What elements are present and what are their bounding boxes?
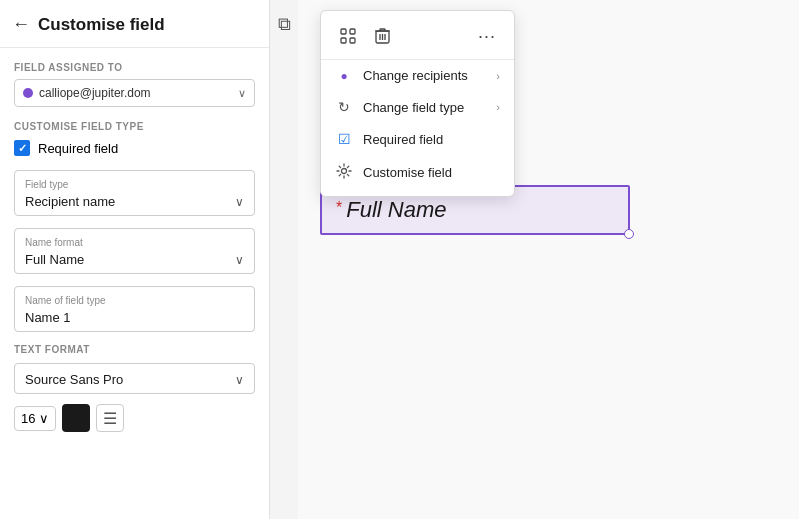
required-field-row: Required field [14, 140, 255, 156]
copy-icon[interactable]: ⧉ [278, 14, 291, 519]
right-panel: ··· ● Change recipients › ↻ Change field… [298, 0, 799, 519]
required-star-icon: * [336, 199, 342, 217]
assigned-email-value: calliope@jupiter.dom [39, 86, 232, 100]
field-input-text: Full Name [346, 197, 446, 223]
field-type-label: Field type [25, 179, 244, 190]
page-title: Customise field [38, 15, 165, 35]
name-of-field-type-label: Name of field type [25, 295, 244, 306]
change-recipients-arrow-icon: › [496, 70, 500, 82]
context-menu-item-change-recipients[interactable]: ● Change recipients › [321, 60, 514, 91]
name-format-group[interactable]: Name format Full Name ∨ [14, 228, 255, 274]
name-format-chevron-icon: ∨ [235, 253, 244, 267]
assigned-email-dropdown[interactable]: calliope@jupiter.dom ∨ [14, 79, 255, 107]
text-format-label: TEXT FORMAT [14, 344, 255, 355]
font-select-dropdown[interactable]: Source Sans Pro ∨ [14, 363, 255, 394]
required-field-checkbox[interactable] [14, 140, 30, 156]
font-controls-row: 16 ∨ ☰ [14, 404, 255, 432]
name-of-field-type-group[interactable]: Name of field type Name 1 [14, 286, 255, 332]
context-menu-item-customise-field[interactable]: Customise field [321, 155, 514, 190]
assigned-chevron-icon: ∨ [238, 87, 246, 100]
customise-field-icon [335, 163, 353, 182]
context-menu-item-required-field[interactable]: ☑ Required field [321, 123, 514, 155]
grid-icon-button[interactable] [333, 21, 363, 51]
font-chevron-icon: ∨ [235, 373, 244, 387]
change-field-type-label: Change field type [363, 100, 486, 115]
change-field-type-arrow-icon: › [496, 101, 500, 113]
context-menu-top-row: ··· [321, 17, 514, 60]
left-header: ← Customise field [0, 0, 269, 48]
name-format-value: Full Name [25, 252, 84, 267]
svg-rect-1 [350, 29, 355, 34]
name-of-field-type-value: Name 1 [25, 310, 71, 325]
name-format-label: Name format [25, 237, 244, 248]
svg-rect-3 [350, 38, 355, 43]
middle-icon-col: ⧉ [270, 0, 298, 519]
font-color-swatch[interactable] [62, 404, 90, 432]
field-type-group[interactable]: Field type Recipient name ∨ [14, 170, 255, 216]
svg-rect-2 [341, 38, 346, 43]
left-content: FIELD ASSIGNED TO calliope@jupiter.dom ∨… [0, 48, 269, 519]
more-icon-button[interactable]: ··· [472, 21, 502, 51]
required-check-icon: ☑ [335, 131, 353, 147]
font-size-select[interactable]: 16 ∨ [14, 406, 56, 431]
recipients-dot-icon: ● [335, 69, 353, 83]
svg-rect-0 [341, 29, 346, 34]
font-size-chevron-icon: ∨ [39, 411, 49, 426]
field-type-value: Recipient name [25, 194, 115, 209]
left-panel: ← Customise field FIELD ASSIGNED TO call… [0, 0, 270, 519]
required-field-menu-label: Required field [363, 132, 490, 147]
resize-handle[interactable] [624, 229, 634, 239]
context-menu-item-change-field-type[interactable]: ↻ Change field type › [321, 91, 514, 123]
change-field-type-icon: ↻ [335, 99, 353, 115]
customise-field-type-label: CUSTOMISE FIELD TYPE [14, 121, 255, 132]
field-type-value-row: Recipient name ∨ [25, 194, 244, 209]
font-name-value: Source Sans Pro [25, 372, 123, 387]
name-format-value-row: Full Name ∨ [25, 252, 244, 267]
field-type-chevron-icon: ∨ [235, 195, 244, 209]
field-assigned-to-label: FIELD ASSIGNED TO [14, 62, 255, 73]
trash-icon-button[interactable] [367, 21, 397, 51]
change-recipients-label: Change recipients [363, 68, 486, 83]
required-field-label: Required field [38, 141, 118, 156]
svg-point-9 [342, 169, 347, 174]
name-of-field-type-value-row: Name 1 [25, 310, 244, 325]
recipient-dot-icon [23, 88, 33, 98]
text-align-icon[interactable]: ☰ [96, 404, 124, 432]
customise-field-menu-label: Customise field [363, 165, 490, 180]
font-size-value: 16 [21, 411, 35, 426]
back-arrow-icon[interactable]: ← [12, 14, 30, 35]
context-menu: ··· ● Change recipients › ↻ Change field… [320, 10, 515, 197]
